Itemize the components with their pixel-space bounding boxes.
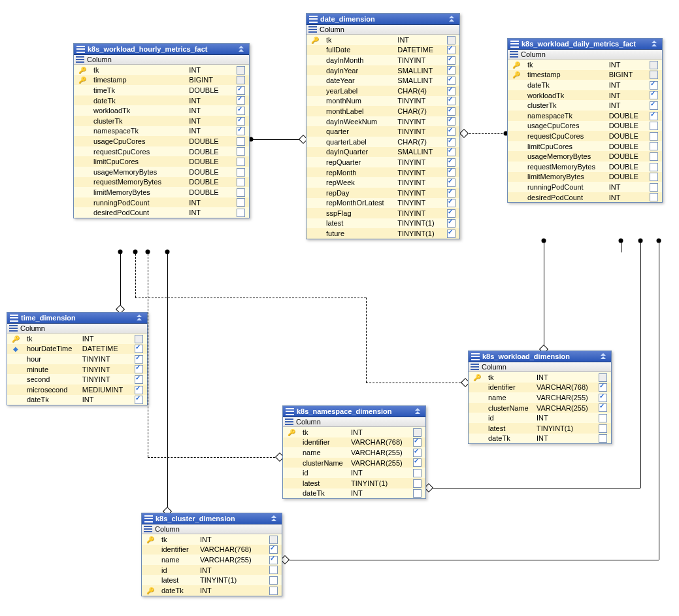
collapse-icon[interactable] bbox=[650, 41, 659, 47]
column-row[interactable]: 🔑timestampBIGINT bbox=[74, 75, 249, 86]
column-row[interactable]: idINT bbox=[469, 413, 611, 423]
column-header: Column bbox=[142, 524, 282, 534]
column-row[interactable]: ◆hourDateTimeDATETIME bbox=[7, 344, 147, 354]
table-title-bar[interactable]: k8s_workload_daily_metrics_fact bbox=[508, 39, 662, 50]
column-row[interactable]: identifierVARCHAR(768) bbox=[142, 545, 282, 555]
checkbox-icon bbox=[447, 56, 455, 65]
column-row[interactable]: timeTkDOUBLE bbox=[74, 85, 249, 95]
column-row[interactable]: dateTkINT bbox=[469, 434, 611, 444]
column-row[interactable]: runningPodCountINT bbox=[508, 182, 662, 192]
column-row[interactable]: nameVARCHAR(255) bbox=[283, 447, 425, 458]
column-row[interactable]: dayInWeekNumTINYINT bbox=[306, 116, 459, 127]
table-workload[interactable]: k8s_workload_dimensionColumn🔑tkINTidenti… bbox=[468, 351, 612, 444]
column-row[interactable]: clusterTkINT bbox=[74, 116, 249, 126]
collapse-icon[interactable] bbox=[414, 408, 423, 415]
column-row[interactable]: monthLabelCHAR(7) bbox=[306, 106, 459, 116]
column-row[interactable]: requestCpuCoresDOUBLE bbox=[74, 146, 249, 157]
column-row[interactable]: latestTINYINT(1) bbox=[283, 478, 425, 488]
column-row[interactable]: usageCpuCoresDOUBLE bbox=[508, 121, 662, 131]
column-row[interactable]: usageMemoryBytesDOUBLE bbox=[74, 167, 249, 177]
collapse-icon[interactable] bbox=[135, 315, 144, 321]
column-row[interactable]: 🔑tkINT bbox=[469, 372, 611, 383]
table-hourly[interactable]: k8s_workload_hourly_metrics_factColumn🔑t… bbox=[73, 43, 250, 218]
column-row[interactable]: repMonthTINYINT bbox=[306, 167, 459, 178]
column-row[interactable]: 🔑tkINT bbox=[508, 60, 662, 70]
column-row[interactable]: dateTkINT bbox=[74, 95, 249, 106]
column-row[interactable]: identifierVARCHAR(768) bbox=[283, 437, 425, 448]
column-row[interactable]: microsecondMEDIUMINT bbox=[7, 385, 147, 395]
column-row[interactable]: dateYearSMALLINT bbox=[306, 75, 459, 86]
column-row[interactable]: requestMemoryBytesDOUBLE bbox=[74, 177, 249, 188]
table-title-bar[interactable]: time_dimension bbox=[7, 313, 147, 324]
column-row[interactable]: desiredPodCountINT bbox=[74, 207, 249, 218]
column-row[interactable]: clusterTkINT bbox=[508, 100, 662, 111]
column-row[interactable]: monthNumTINYINT bbox=[306, 96, 459, 107]
column-row[interactable]: repWeekTINYINT bbox=[306, 177, 459, 188]
column-row[interactable]: minuteTINYINT bbox=[7, 364, 147, 375]
column-row[interactable]: latestTINYINT(1) bbox=[142, 575, 282, 585]
column-row[interactable]: dayInYearSMALLINT bbox=[306, 65, 459, 76]
table-title-bar[interactable]: k8s_cluster_dimension bbox=[142, 513, 282, 524]
table-title-bar[interactable]: date_dimension bbox=[306, 14, 459, 25]
column-row[interactable]: sspFlagTINYINT bbox=[306, 208, 459, 218]
table-namespace[interactable]: k8s_namespace_dimensionColumn🔑tkINTident… bbox=[282, 405, 426, 499]
column-row[interactable]: latestTINYINT(1) bbox=[469, 423, 611, 434]
column-row[interactable]: limitCpuCoresDOUBLE bbox=[74, 156, 249, 167]
column-row[interactable]: usageMemoryBytesDOUBLE bbox=[508, 151, 662, 162]
column-row[interactable]: requestMemoryBytesDOUBLE bbox=[508, 162, 662, 172]
collapse-icon[interactable] bbox=[237, 46, 246, 52]
column-row[interactable]: 🔑tkINT bbox=[306, 35, 459, 45]
column-row[interactable]: fullDateDATETIME bbox=[306, 45, 459, 56]
column-row[interactable]: yearLabelCHAR(4) bbox=[306, 86, 459, 96]
column-row[interactable]: quarterLabelCHAR(7) bbox=[306, 137, 459, 147]
column-row[interactable]: nameVARCHAR(255) bbox=[142, 555, 282, 565]
column-row[interactable]: desiredPodCountINT bbox=[508, 192, 662, 203]
column-row[interactable]: identifierVARCHAR(768) bbox=[469, 383, 611, 393]
column-type: INT bbox=[186, 126, 232, 137]
column-row[interactable]: clusterNameVARCHAR(255) bbox=[283, 458, 425, 468]
table-title-bar[interactable]: k8s_namespace_dimension bbox=[283, 406, 425, 417]
column-row[interactable]: 🔑timestampBIGINT bbox=[508, 70, 662, 80]
column-row[interactable]: dayInMonthTINYINT bbox=[306, 55, 459, 65]
column-row[interactable]: dayInQuarterSMALLINT bbox=[306, 147, 459, 158]
column-row[interactable]: 🔑dateTkINT bbox=[142, 585, 282, 596]
table-date[interactable]: date_dimensionColumn🔑tkINTfullDateDATETI… bbox=[306, 13, 460, 239]
column-row[interactable]: quarterTINYINT bbox=[306, 126, 459, 137]
table-time[interactable]: time_dimensionColumn🔑tkINT◆hourDateTimeD… bbox=[7, 312, 148, 405]
table-cluster[interactable]: k8s_cluster_dimensionColumn🔑tkINTidentif… bbox=[141, 513, 282, 596]
collapse-icon[interactable] bbox=[270, 515, 279, 522]
column-row[interactable]: workloadTkINT bbox=[74, 105, 249, 116]
column-row[interactable]: namespaceTkDOUBLE bbox=[508, 111, 662, 121]
column-row[interactable]: limitMemoryBytesDOUBLE bbox=[508, 172, 662, 182]
column-row[interactable]: requestCpuCoresDOUBLE bbox=[508, 131, 662, 141]
column-row[interactable]: hourTINYINT bbox=[7, 354, 147, 364]
column-row[interactable]: secondTINYINT bbox=[7, 374, 147, 385]
column-row[interactable]: repDayTINYINT bbox=[306, 188, 459, 198]
column-row[interactable]: 🔑tkINT bbox=[283, 427, 425, 437]
column-row[interactable]: dateTkINT bbox=[7, 395, 147, 405]
column-row[interactable]: clusterNameVARCHAR(255) bbox=[469, 403, 611, 413]
column-row[interactable]: idINT bbox=[142, 565, 282, 575]
table-daily[interactable]: k8s_workload_daily_metrics_factColumn🔑tk… bbox=[507, 38, 663, 203]
column-row[interactable]: runningPodCountINT bbox=[74, 197, 249, 208]
column-row[interactable]: dateTkINT bbox=[283, 488, 425, 499]
table-title-bar[interactable]: k8s_workload_hourly_metrics_fact bbox=[74, 44, 249, 55]
column-row[interactable]: 🔑tkINT bbox=[7, 334, 147, 344]
column-row[interactable]: usageCpuCoresDOUBLE bbox=[74, 136, 249, 146]
column-row[interactable]: 🔑tkINT bbox=[142, 534, 282, 545]
column-row[interactable]: nameVARCHAR(255) bbox=[469, 392, 611, 403]
table-title-bar[interactable]: k8s_workload_dimension bbox=[469, 351, 611, 362]
column-row[interactable]: dateTkINT bbox=[508, 80, 662, 90]
column-row[interactable]: workloadTkINT bbox=[508, 90, 662, 101]
column-row[interactable]: idINT bbox=[283, 468, 425, 478]
column-row[interactable]: repMonthOrLatestTINYINT bbox=[306, 198, 459, 209]
column-row[interactable]: repQuarterTINYINT bbox=[306, 157, 459, 167]
column-row[interactable]: namespaceTkINT bbox=[74, 126, 249, 137]
column-row[interactable]: futureTINYINT(1) bbox=[306, 228, 459, 239]
collapse-icon[interactable] bbox=[599, 353, 608, 360]
collapse-icon[interactable] bbox=[448, 16, 457, 22]
column-row[interactable]: limitCpuCoresDOUBLE bbox=[508, 141, 662, 152]
column-row[interactable]: limitMemoryBytesDOUBLE bbox=[74, 187, 249, 197]
column-row[interactable]: latestTINYINT(1) bbox=[306, 218, 459, 229]
column-row[interactable]: 🔑tkINT bbox=[74, 65, 249, 75]
